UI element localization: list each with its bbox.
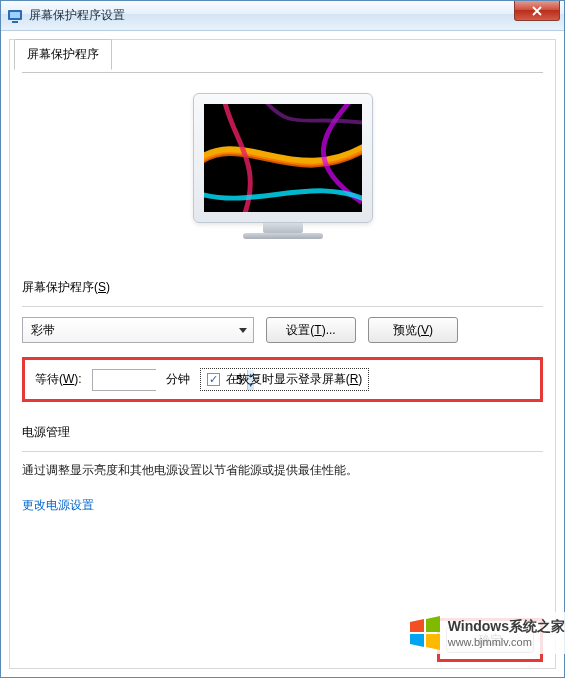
svg-rect-1	[10, 12, 20, 18]
tab-label: 屏幕保护程序	[27, 47, 99, 61]
svg-marker-7	[426, 634, 440, 650]
screensaver-group: 屏幕保护程序(S) 彩带 设置(T)... 预览(V)	[22, 279, 543, 402]
power-description: 通过调整显示亮度和其他电源设置以节省能源或提供最佳性能。	[22, 462, 543, 479]
screensaver-group-label: 屏幕保护程序(S)	[22, 279, 110, 296]
chevron-down-icon	[239, 328, 247, 333]
tab-screensaver[interactable]: 屏幕保护程序	[14, 39, 112, 70]
wait-unit: 分钟	[166, 371, 190, 388]
resume-label: 在恢复时显示登录屏幕(R)	[226, 371, 363, 388]
change-power-settings-link[interactable]: 更改电源设置	[22, 498, 94, 512]
dialog-window: 屏幕保护程序设置 屏幕保护程序	[0, 0, 565, 678]
power-group: 电源管理 通过调整显示亮度和其他电源设置以节省能源或提供最佳性能。 更改电源设置	[22, 424, 543, 514]
watermark-title: Windows系统之家	[448, 618, 565, 636]
close-button[interactable]	[514, 1, 560, 21]
wait-row-highlight: 等待(W): ▲ ▼ 分钟 ✓	[22, 357, 543, 402]
screensaver-select[interactable]: 彩带	[22, 317, 254, 343]
app-icon	[7, 8, 23, 24]
window-title: 屏幕保护程序设置	[29, 7, 125, 24]
preview-area	[22, 93, 543, 239]
wait-label: 等待(W):	[35, 371, 82, 388]
svg-marker-6	[410, 634, 424, 647]
windows-logo-icon	[408, 616, 442, 650]
resume-checkbox-wrap[interactable]: ✓ 在恢复时显示登录屏幕(R)	[200, 368, 370, 391]
watermark: Windows系统之家 www.bjmmlv.com	[404, 612, 569, 654]
close-icon	[532, 6, 542, 16]
watermark-url: www.bjmmlv.com	[448, 636, 565, 648]
monitor-preview	[193, 93, 373, 239]
settings-button[interactable]: 设置(T)...	[266, 317, 356, 343]
svg-rect-2	[12, 21, 18, 23]
titlebar: 屏幕保护程序设置	[1, 1, 564, 31]
wait-spinner[interactable]: ▲ ▼	[92, 369, 156, 391]
combo-value: 彩带	[31, 322, 55, 339]
screensaver-preview	[204, 104, 362, 212]
preview-button[interactable]: 预览(V)	[368, 317, 458, 343]
divider	[22, 306, 543, 307]
power-heading: 电源管理	[22, 424, 70, 441]
content-frame: 屏幕保护程序	[9, 39, 556, 669]
divider	[22, 451, 543, 452]
svg-marker-4	[410, 619, 424, 632]
resume-checkbox[interactable]: ✓	[207, 373, 220, 386]
tab-body: 屏幕保护程序(S) 彩带 设置(T)... 预览(V)	[22, 72, 543, 514]
svg-marker-5	[426, 616, 440, 632]
client-area: 屏幕保护程序	[1, 31, 564, 677]
